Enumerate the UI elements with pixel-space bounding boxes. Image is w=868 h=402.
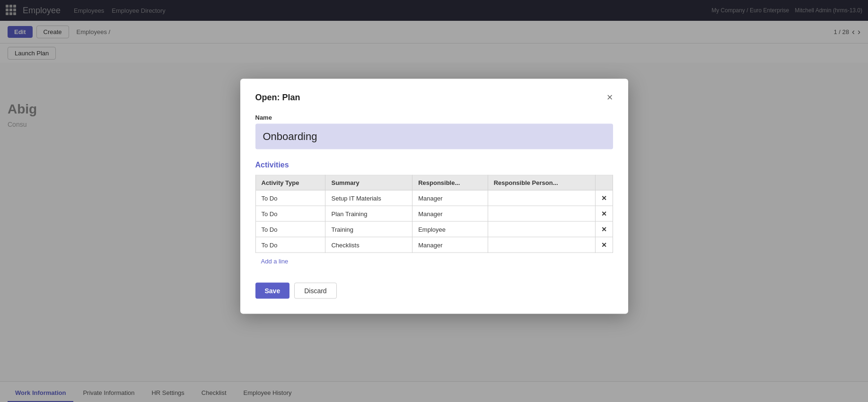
col-summary: Summary (325, 175, 412, 190)
cell-responsible-0: Manager (412, 190, 488, 206)
cell-responsiblePerson-3 (488, 237, 595, 253)
col-activity-type: Activity Type (255, 175, 325, 190)
cell-summary-1: Plan Training (325, 206, 412, 221)
activities-table-container: Activity Type Summary Responsible... Res… (255, 175, 613, 270)
delete-row-3-button[interactable]: ✕ (601, 241, 607, 249)
cell-activityType-2: To Do (255, 221, 325, 237)
activities-section-title: Activities (255, 161, 613, 169)
cell-summary-0: Setup IT Materials (325, 190, 412, 206)
cell-summary-2: Training (325, 221, 412, 237)
name-label: Name (255, 114, 613, 121)
cell-activityType-0: To Do (255, 190, 325, 206)
modal-close-button[interactable]: × (607, 92, 613, 103)
cell-responsiblePerson-1 (488, 206, 595, 221)
table-row: To DoSetup IT MaterialsManager✕ (255, 190, 613, 206)
cell-activityType-1: To Do (255, 206, 325, 221)
col-delete-header (595, 175, 613, 190)
cell-delete-1: ✕ (595, 206, 613, 221)
modal-title: Open: Plan (255, 92, 300, 102)
name-input[interactable] (255, 124, 613, 149)
delete-row-0-button[interactable]: ✕ (601, 194, 607, 202)
table-row: To DoTrainingEmployee✕ (255, 221, 613, 237)
cell-activityType-3: To Do (255, 237, 325, 253)
cell-summary-3: Checklists (325, 237, 412, 253)
cell-responsiblePerson-0 (488, 190, 595, 206)
col-responsible-person: Responsible Person... (488, 175, 595, 190)
add-line-link[interactable]: Add a line (255, 253, 294, 270)
save-button[interactable]: Save (255, 283, 290, 299)
col-responsible: Responsible... (412, 175, 488, 190)
cell-delete-0: ✕ (595, 190, 613, 206)
cell-responsible-3: Manager (412, 237, 488, 253)
activities-table: Activity Type Summary Responsible... Res… (255, 175, 613, 253)
cell-responsible-2: Employee (412, 221, 488, 237)
cell-responsiblePerson-2 (488, 221, 595, 237)
table-row: To DoPlan TrainingManager✕ (255, 206, 613, 221)
discard-button[interactable]: Discard (294, 283, 336, 299)
modal-header: Open: Plan × (255, 92, 613, 103)
cell-delete-2: ✕ (595, 221, 613, 237)
delete-row-1-button[interactable]: ✕ (601, 210, 607, 218)
modal-footer: Save Discard (255, 283, 613, 299)
open-plan-modal: Open: Plan × Name Activities Activity Ty… (240, 79, 628, 314)
cell-responsible-1: Manager (412, 206, 488, 221)
cell-delete-3: ✕ (595, 237, 613, 253)
table-row: To DoChecklistsManager✕ (255, 237, 613, 253)
delete-row-2-button[interactable]: ✕ (601, 226, 607, 233)
